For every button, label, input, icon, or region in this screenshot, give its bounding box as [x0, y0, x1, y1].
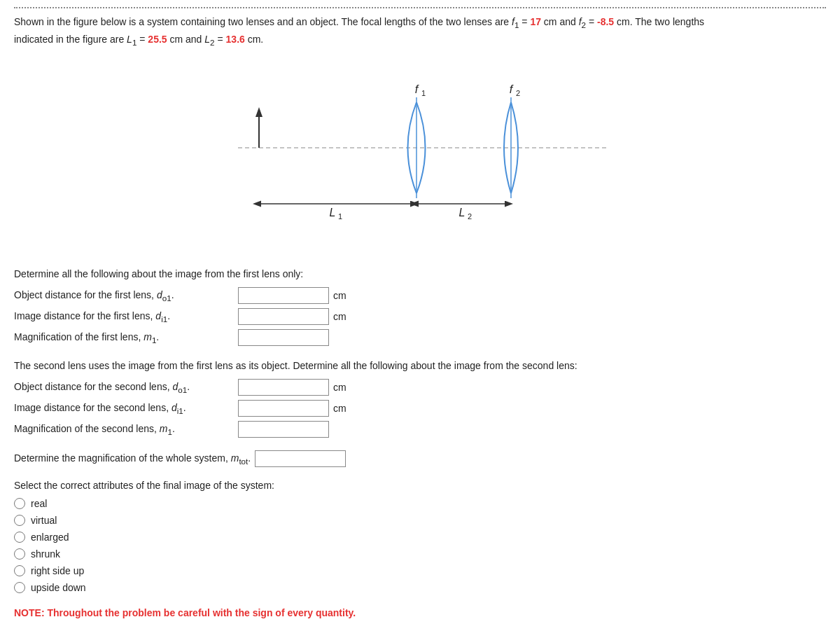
di2-input[interactable]	[238, 400, 329, 417]
do2-input[interactable]	[238, 379, 329, 396]
di1-input[interactable]	[238, 308, 329, 325]
do1-input[interactable]	[238, 287, 329, 304]
m2-label: Magnification of the second lens, m1.	[14, 423, 238, 436]
do2-row: Object distance for the second lens, do1…	[14, 379, 826, 396]
optics-diagram: L 1 L 2 f 1 f 2	[217, 64, 623, 246]
di2-unit: cm	[333, 403, 346, 414]
svg-text:2: 2	[468, 212, 472, 221]
label-enlarged: enlarged	[31, 532, 69, 543]
svg-text:1: 1	[421, 89, 426, 97]
radio-option-upside-down[interactable]: upside down	[14, 582, 826, 593]
svg-marker-2	[255, 107, 262, 117]
radio-section-title: Select the correct attributes of the fin…	[14, 480, 826, 491]
radio-option-real[interactable]: real	[14, 498, 826, 509]
svg-text:f: f	[415, 83, 419, 95]
do1-label: Object distance for the first lens, do1.	[14, 289, 238, 303]
svg-text:L: L	[459, 207, 465, 219]
section2-title: The second lens uses the image from the …	[14, 359, 826, 373]
svg-text:1: 1	[338, 212, 342, 221]
mtot-label: Determine the magnification of the whole…	[14, 452, 251, 466]
section1: Determine all the following about the im…	[14, 267, 826, 346]
section1-title: Determine all the following about the im…	[14, 267, 826, 282]
section2: The second lens uses the image from the …	[14, 359, 826, 438]
radio-option-right-side-up[interactable]: right side up	[14, 565, 826, 576]
radio-enlarged[interactable]	[14, 532, 25, 543]
di1-row: Image distance for the first lens, di1. …	[14, 308, 826, 325]
label-right-side-up: right side up	[31, 565, 84, 576]
label-virtual: virtual	[31, 515, 57, 526]
m1-input[interactable]	[238, 329, 329, 346]
svg-text:f: f	[510, 83, 514, 95]
radio-option-virtual[interactable]: virtual	[14, 515, 826, 526]
radio-right-side-up[interactable]	[14, 565, 25, 576]
radio-upside-down[interactable]	[14, 582, 25, 593]
mtot-row: Determine the magnification of the whole…	[14, 450, 826, 467]
radio-option-shrunk[interactable]: shrunk	[14, 548, 826, 560]
radio-virtual[interactable]	[14, 515, 25, 526]
label-upside-down: upside down	[31, 582, 86, 593]
m1-row: Magnification of the first lens, m1.	[14, 329, 826, 346]
di1-unit: cm	[333, 311, 346, 322]
do2-label: Object distance for the second lens, do1…	[14, 381, 238, 394]
svg-text:2: 2	[516, 89, 520, 97]
do1-row: Object distance for the first lens, do1.…	[14, 287, 826, 304]
radio-shrunk[interactable]	[14, 548, 25, 560]
di1-label: Image distance for the first lens, di1.	[14, 310, 238, 324]
radio-real[interactable]	[14, 498, 25, 509]
radio-option-enlarged[interactable]: enlarged	[14, 532, 826, 543]
do2-unit: cm	[333, 382, 346, 393]
top-border	[14, 7, 826, 8]
di2-label: Image distance for the second lens, di1.	[14, 402, 238, 415]
m2-input[interactable]	[238, 421, 329, 438]
m2-row: Magnification of the second lens, m1.	[14, 421, 826, 438]
m1-label: Magnification of the first lens, m1.	[14, 331, 238, 345]
label-real: real	[31, 498, 47, 509]
note-text: NOTE: Throughout the problem be careful …	[14, 607, 826, 618]
svg-text:L: L	[330, 207, 336, 219]
mtot-input[interactable]	[255, 450, 346, 467]
di2-row: Image distance for the second lens, di1.…	[14, 400, 826, 417]
label-shrunk: shrunk	[31, 548, 60, 560]
intro-paragraph: Shown in the figure below is a system co…	[14, 14, 826, 50]
do1-unit: cm	[333, 290, 346, 301]
radio-section: Select the correct attributes of the fin…	[14, 480, 826, 593]
